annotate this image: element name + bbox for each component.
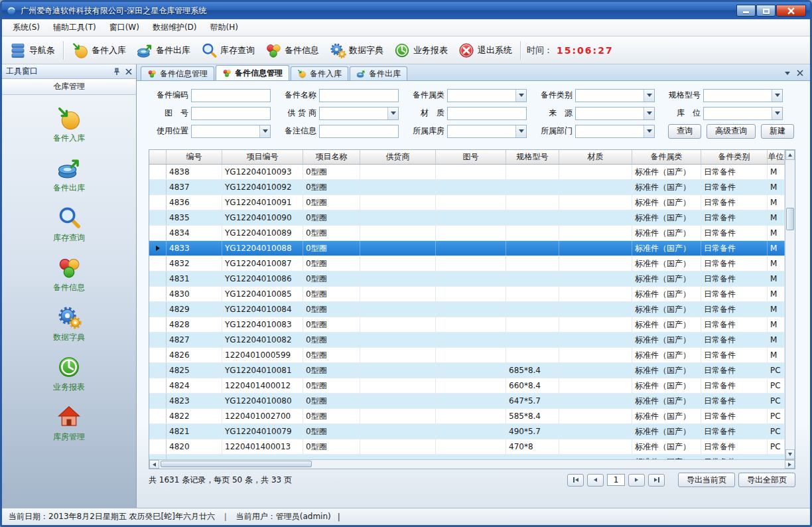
cell-material xyxy=(559,378,632,393)
toolbar-data-dictionary[interactable]: 数据字典 xyxy=(327,40,385,61)
remark-input[interactable] xyxy=(319,125,399,138)
toolbar-inventory-query[interactable]: 库存查询 xyxy=(198,40,257,61)
table-row[interactable]: 4827 YG12204010082 0型圈 标准件（国产） 日常备件 xyxy=(149,333,785,348)
source-select[interactable] xyxy=(575,107,655,120)
parts-category-select[interactable] xyxy=(575,89,655,102)
table-row[interactable]: 4825 YG12204010081 0型圈 685*8.4 标准件（国产） xyxy=(149,363,785,378)
table-row[interactable]: 标准件（国产） 日常备件 xyxy=(149,455,785,459)
toolbar-navbar[interactable]: 导航条 xyxy=(7,40,57,61)
scroll-right-icon[interactable] xyxy=(785,460,795,469)
table-row[interactable]: 4830 YG12204010085 0型圈 标准件（国产） 日常备件 xyxy=(149,287,785,302)
spec-select[interactable] xyxy=(703,89,783,102)
table-row[interactable]: 4835 YG12204010090 0型圈 标准件（国产） 日常备件 xyxy=(149,210,785,226)
horizontal-scroll-thumb[interactable] xyxy=(161,461,312,467)
prev-page-button[interactable] xyxy=(587,474,604,487)
cell-project-code xyxy=(222,455,303,459)
tab-parts-outbound[interactable]: 备件出库 xyxy=(350,66,407,80)
header-category[interactable]: 备件属类 xyxy=(632,150,701,164)
sidebar-item-warehouse-management[interactable]: 库房管理 xyxy=(2,402,136,445)
table-row[interactable]: 4838 YG12204010093 0型圈 标准件（国产） 日常备件 xyxy=(149,165,785,180)
search-panel: 备件编码 备件名称 备件属类 备件类别 规格型号 图 号 xyxy=(149,86,795,140)
menu-window[interactable]: 窗口(W) xyxy=(103,19,146,36)
table-row[interactable]: 4832 YG12204010087 0型圈 标准件（国产） 日常备件 xyxy=(149,256,785,271)
sidebar-item-inventory-query[interactable]: 库存查询 xyxy=(2,202,136,246)
next-page-button[interactable] xyxy=(628,474,645,487)
first-page-button[interactable] xyxy=(567,474,584,487)
warehouse-management-section[interactable]: 仓库管理 xyxy=(2,79,136,95)
table-row[interactable]: 4821 YG12204010079 0型圈 490*5.7 标准件（国产） xyxy=(149,424,785,439)
export-current-page-button[interactable]: 导出当前页 xyxy=(678,473,735,487)
header-unit[interactable]: 单位 xyxy=(768,150,785,164)
scroll-left-icon[interactable] xyxy=(149,460,159,469)
table-row[interactable]: 4834 YG12204010089 0型圈 标准件（国产） 日常备件 xyxy=(149,226,785,241)
close-panel-icon[interactable] xyxy=(125,68,132,75)
tab-parts-info-management-1[interactable]: 备件信息管理 xyxy=(141,66,214,80)
toolbar-parts-outbound[interactable]: 备件出库 xyxy=(134,40,192,61)
parts-genus-select[interactable] xyxy=(447,89,527,102)
table-row[interactable]: 4826 1220401000599 0型圈 标准件（国产） 日常备件 xyxy=(149,348,785,363)
table-row[interactable]: 4824 1220401400012 0型圈 660*8.4 标准件（国产） xyxy=(149,378,785,394)
table-row[interactable]: 4833 YG12204010088 0型圈 标准件（国产） 日常备件 xyxy=(149,241,785,256)
cell-unit: PC xyxy=(768,394,785,408)
location-select[interactable] xyxy=(703,107,783,120)
table-row[interactable]: 4823 YG12204010080 0型圈 647*5.7 标准件（国产） xyxy=(149,394,785,409)
menu-help[interactable]: 帮助(H) xyxy=(204,19,245,36)
tab-parts-info-management-2[interactable]: 备件信息管理 xyxy=(216,65,289,80)
sidebar-item-parts-outbound[interactable]: 备件出库 xyxy=(2,153,136,196)
minimize-button[interactable] xyxy=(736,5,756,17)
export-all-pages-button[interactable]: 导出全部页 xyxy=(738,473,795,487)
header-spec[interactable]: 规格型号 xyxy=(506,150,559,164)
maximize-button[interactable] xyxy=(756,5,776,17)
parts-code-input[interactable] xyxy=(191,89,271,102)
scroll-down-icon[interactable] xyxy=(785,449,795,459)
query-button[interactable]: 查询 xyxy=(668,124,701,139)
header-material[interactable]: 材质 xyxy=(559,150,632,164)
table-row[interactable]: 4828 YG12204010083 0型圈 标准件（国产） 日常备件 xyxy=(149,317,785,333)
create-button[interactable]: 新建 xyxy=(761,124,794,139)
sidebar-item-parts-info[interactable]: 备件信息 xyxy=(2,252,136,296)
advanced-query-button[interactable]: 高级查询 xyxy=(707,124,756,139)
sidebar-item-business-report[interactable]: 业务报表 xyxy=(2,352,136,396)
scroll-up-icon[interactable] xyxy=(785,150,795,160)
table-row[interactable]: 4822 1220401002700 0型圈 585*8.4 标准件（国产） xyxy=(149,409,785,424)
table-row[interactable]: 4837 YG12204010092 0型圈 标准件（国产） 日常备件 xyxy=(149,180,785,195)
department-select[interactable] xyxy=(575,125,655,138)
close-button[interactable] xyxy=(776,5,806,17)
toolbar-parts-info[interactable]: 备件信息 xyxy=(263,40,321,61)
table-row[interactable]: 4829 YG12204010084 0型圈 标准件（国产） 日常备件 xyxy=(149,302,785,317)
table-row[interactable]: 4836 YG12204010091 0型圈 标准件（国产） 日常备件 xyxy=(149,195,785,210)
toolbar-exit-system[interactable]: 退出系统 xyxy=(456,40,514,61)
use-position-select[interactable] xyxy=(191,125,271,138)
header-drawing-no[interactable]: 图号 xyxy=(436,150,506,164)
sidebar-item-data-dictionary[interactable]: 数据字典 xyxy=(2,302,136,346)
tab-list-dropdown-icon[interactable] xyxy=(785,72,790,75)
toolbar-business-report[interactable]: 业务报表 xyxy=(391,40,450,61)
table-row[interactable]: 4820 1220401400013 0型圈 470*8 标准件（国产） xyxy=(149,439,785,455)
last-page-button[interactable] xyxy=(648,474,665,487)
tab-close-icon[interactable] xyxy=(797,70,803,76)
header-supplier[interactable]: 供货商 xyxy=(360,150,436,164)
tab-parts-inbound[interactable]: 备件入库 xyxy=(291,66,348,80)
cell-type: 日常备件 xyxy=(701,241,768,256)
header-id[interactable]: 编号 xyxy=(167,150,222,164)
drawing-no-input[interactable] xyxy=(191,107,271,120)
warehouse-select[interactable] xyxy=(447,125,527,138)
cell-drawing-no xyxy=(436,302,506,317)
horizontal-scrollbar[interactable] xyxy=(149,459,795,469)
page-number-input[interactable]: 1 xyxy=(607,474,625,486)
menu-system[interactable]: 系统(S) xyxy=(6,19,46,36)
menu-data-maintenance[interactable]: 数据维护(D) xyxy=(146,19,204,36)
menu-tools[interactable]: 辅助工具(T) xyxy=(46,19,103,36)
header-project-name[interactable]: 项目名称 xyxy=(303,150,360,164)
pin-icon[interactable] xyxy=(113,68,121,76)
supplier-select[interactable] xyxy=(319,107,399,120)
vertical-scroll-thumb[interactable] xyxy=(786,208,794,230)
toolbar-parts-inbound[interactable]: 备件入库 xyxy=(70,40,128,61)
vertical-scrollbar[interactable] xyxy=(785,150,795,459)
header-type[interactable]: 备件类别 xyxy=(701,150,768,164)
header-project-code[interactable]: 项目编号 xyxy=(222,150,303,164)
table-row[interactable]: 4831 YG12204010086 0型圈 标准件（国产） 日常备件 xyxy=(149,271,785,287)
material-input[interactable] xyxy=(447,107,527,120)
parts-name-input[interactable] xyxy=(319,89,399,102)
sidebar-item-parts-inbound[interactable]: 备件入库 xyxy=(2,103,136,147)
